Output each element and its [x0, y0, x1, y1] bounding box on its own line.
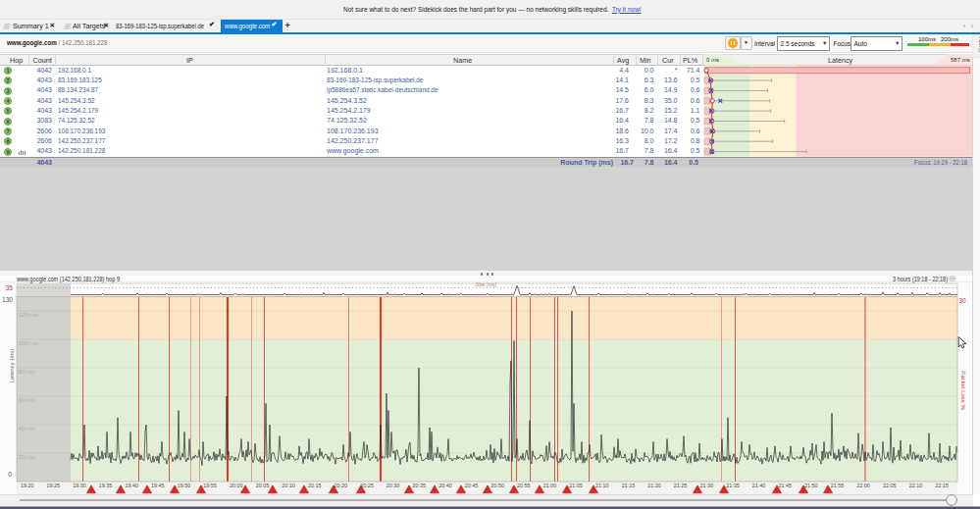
- svg-text:21:35: 21:35: [726, 483, 740, 488]
- svg-text:21:50: 21:50: [804, 483, 818, 488]
- svg-text:20:35: 20:35: [412, 483, 426, 488]
- svg-text:22:15: 22:15: [935, 483, 949, 488]
- svg-text:21:05: 21:05: [569, 483, 583, 488]
- svg-text:20:30: 20:30: [387, 483, 400, 488]
- svg-text:22:00: 22:00: [856, 483, 870, 488]
- svg-text:3 hours (19:18 - 22:18): 3 hours (19:18 - 22:18): [893, 276, 948, 283]
- svg-text:19:40: 19:40: [125, 483, 138, 488]
- svg-text:21:55: 21:55: [831, 483, 845, 488]
- svg-text:20:00: 20:00: [230, 483, 243, 488]
- svg-text:19:20: 19:20: [21, 483, 34, 488]
- svg-text:40 ms: 40 ms: [19, 425, 35, 432]
- svg-text:21:10: 21:10: [595, 483, 609, 488]
- svg-text:19:30: 19:30: [73, 483, 86, 488]
- svg-text:120 ms: 120 ms: [19, 311, 38, 318]
- svg-text:20:40: 20:40: [438, 483, 452, 488]
- svg-text:30: 30: [959, 297, 967, 304]
- svg-text:22:05: 22:05: [883, 483, 897, 488]
- svg-text:19:50: 19:50: [178, 483, 191, 488]
- svg-text:22:10: 22:10: [909, 483, 923, 488]
- svg-text:20:10: 20:10: [282, 483, 295, 488]
- svg-text:19:55: 19:55: [203, 483, 217, 488]
- svg-text:130: 130: [2, 296, 13, 303]
- svg-text:20:50: 20:50: [490, 483, 504, 488]
- svg-text:80 ms: 80 ms: [19, 368, 35, 375]
- svg-text:100 ms: 100 ms: [19, 339, 38, 346]
- svg-text:www.google.com (142.250.181.22: www.google.com (142.250.181.228) hop 9: [16, 276, 120, 283]
- svg-text:Latency (ms): Latency (ms): [9, 349, 15, 383]
- svg-text:20:15: 20:15: [308, 483, 322, 488]
- svg-text:35: 35: [6, 284, 14, 291]
- svg-text:19:25: 19:25: [47, 483, 61, 488]
- svg-text:Packet Loss %: Packet Loss %: [960, 371, 966, 410]
- svg-text:19:35: 19:35: [99, 483, 113, 488]
- svg-text:21:25: 21:25: [674, 483, 688, 488]
- svg-text:21:30: 21:30: [700, 483, 714, 488]
- svg-text:20:55: 20:55: [517, 483, 531, 488]
- svg-text:21:45: 21:45: [778, 483, 792, 488]
- svg-text:20:45: 20:45: [465, 483, 479, 488]
- svg-text:19:45: 19:45: [151, 483, 165, 488]
- svg-text:21:00: 21:00: [543, 483, 557, 488]
- svg-text:0: 0: [8, 471, 12, 478]
- svg-text:20 ms: 20 ms: [19, 453, 35, 460]
- svg-text:21:40: 21:40: [752, 483, 766, 488]
- svg-text:20:05: 20:05: [256, 483, 270, 488]
- svg-text:60 ms: 60 ms: [19, 396, 35, 403]
- svg-text:Jitter (ms): Jitter (ms): [474, 281, 497, 287]
- svg-text:20:20: 20:20: [335, 483, 348, 488]
- svg-text:21:20: 21:20: [647, 483, 661, 488]
- svg-text:21:15: 21:15: [622, 483, 636, 488]
